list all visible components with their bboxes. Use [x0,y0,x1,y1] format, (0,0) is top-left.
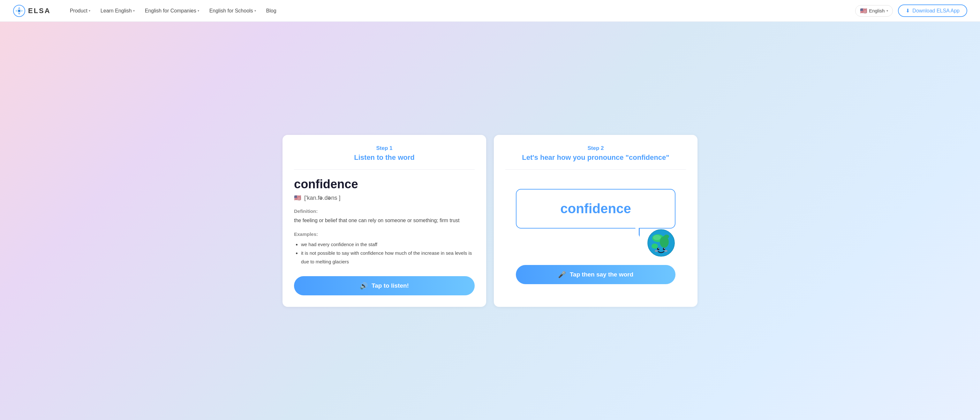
step1-title: Listen to the word [294,153,475,162]
chevron-down-icon: ▾ [197,9,199,13]
speech-bubble: confidence [516,189,676,228]
chevron-down-icon: ▾ [255,9,256,13]
definition-label: Definition: [294,208,475,214]
example-item: we had every confidence in the staff [301,240,475,249]
step1-label: Step 1 [294,145,475,152]
word-display: confidence [294,177,475,191]
language-selector[interactable]: 🇺🇸 English ▾ [855,5,893,17]
divider [294,169,475,170]
download-icon: ⬇ [905,8,910,14]
logo-text: ELSA [28,7,51,15]
definition-text: the feeling or belief that one can rely … [294,216,475,225]
nav-item-schools[interactable]: English for Schools ▾ [205,6,260,16]
examples-list: we had every confidence in the staff it … [294,240,475,266]
bubble-word: confidence [560,201,631,216]
nav-right: 🇺🇸 English ▾ ⬇ Download ELSA App [855,5,967,17]
nav-item-product[interactable]: Product ▾ [66,6,94,16]
card-step1: Step 1 Listen to the word confidence 🇺🇸 … [283,135,486,307]
example-item: it is not possible to say with confidenc… [301,249,475,266]
svg-point-11 [663,248,665,250]
chevron-down-icon: ▾ [89,9,90,13]
nav-item-blog[interactable]: Blog [262,6,280,16]
nav-item-learn-english[interactable]: Learn English ▾ [97,6,138,16]
nav-links: Product ▾ Learn English ▾ English for Co… [66,6,855,16]
mascot-globe [647,228,676,257]
svg-point-12 [658,248,659,249]
main-content: Step 1 Listen to the word confidence 🇺🇸 … [0,22,980,420]
flag-icon: 🇺🇸 [860,7,867,14]
microphone-icon: 🎤 [558,271,566,278]
svg-point-1 [18,10,21,12]
navbar: ELSA Product ▾ Learn English ▾ English f… [0,0,980,22]
svg-point-8 [653,235,661,240]
svg-point-14 [655,250,658,252]
logo[interactable]: ELSA [13,5,51,17]
tap-to-listen-button[interactable]: 🔊 Tap to listen! [294,276,475,295]
logo-icon [13,5,25,17]
speech-bubble-wrapper: confidence [516,189,676,228]
step2-label: Step 2 [505,145,686,152]
cards-container: Step 1 Listen to the word confidence 🇺🇸 … [283,135,697,307]
chevron-down-icon: ▾ [886,9,888,13]
speaker-icon: 🔊 [360,282,368,290]
tap-to-say-button[interactable]: 🎤 Tap then say the word [516,265,676,284]
chevron-down-icon: ▾ [133,9,135,13]
examples-label: Examples: [294,232,475,237]
svg-point-6 [652,244,658,249]
divider [505,169,686,170]
svg-point-10 [657,248,660,250]
download-button[interactable]: ⬇ Download ELSA App [898,5,967,17]
nav-item-companies[interactable]: English for Companies ▾ [141,6,203,16]
svg-point-7 [664,235,669,238]
pronunciation: 🇺🇸 ['kan.fə.dəns ] [294,194,475,201]
step2-title: Let's hear how you pronounce "confidence… [505,153,686,162]
svg-point-13 [664,248,665,249]
svg-point-15 [664,250,668,252]
us-flag-icon: 🇺🇸 [294,194,301,201]
step2-inner: confidence [505,177,686,295]
mascot-area [516,228,676,257]
card-step2: Step 2 Let's hear how you pronounce "con… [494,135,697,307]
